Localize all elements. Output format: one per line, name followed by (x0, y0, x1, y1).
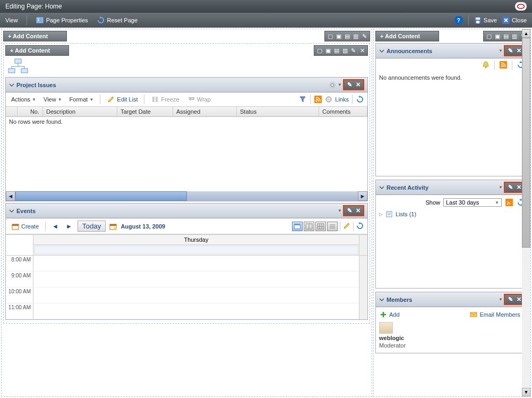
svg-rect-22 (110, 224, 116, 226)
edit-icon[interactable]: ✎ (349, 47, 358, 54)
time-slot[interactable] (33, 256, 359, 271)
date-picker-icon[interactable] (109, 222, 117, 231)
next-arrow-icon[interactable]: ► (64, 223, 74, 230)
col-status[interactable]: Status (240, 108, 256, 115)
scroll-up-icon[interactable]: ▲ (522, 29, 530, 38)
actions-menu[interactable]: Actions ▼ (9, 95, 38, 104)
layout-icon[interactable]: ▥ (341, 47, 349, 54)
edit-icon[interactable]: ✎ (507, 47, 513, 54)
view-menu[interactable]: View (5, 17, 18, 23)
col-no[interactable]: No. (30, 108, 39, 115)
layout-icon[interactable]: ▢ (326, 32, 334, 40)
rss-icon[interactable] (314, 95, 322, 104)
svg-point-23 (114, 227, 117, 230)
panel-title: Recent Activity (387, 184, 428, 191)
layout-icon[interactable]: ▣ (334, 32, 343, 40)
scroll-right-icon[interactable]: ► (358, 191, 367, 201)
scroll-left-icon[interactable]: ◄ (6, 191, 15, 201)
right-column: + Add Content ▢ ▣ ▤ ▥ ✎ Announcements ▼ … (373, 29, 531, 397)
edit-icon[interactable]: ✎ (507, 184, 513, 191)
bell-icon[interactable] (482, 61, 490, 69)
collapse-icon[interactable] (9, 82, 14, 88)
close-icon[interactable]: ✕ (516, 184, 522, 191)
freeze-button[interactable]: Freeze (149, 94, 181, 105)
time-slot[interactable] (33, 287, 359, 303)
collapse-icon[interactable] (379, 297, 384, 302)
collapse-icon[interactable] (379, 48, 384, 54)
layout-icon[interactable]: ▤ (332, 47, 341, 54)
vertical-scrollbar[interactable]: ▲ ▼ (522, 29, 530, 396)
expand-triangle-icon[interactable]: ▷ (379, 211, 383, 217)
current-date: August 13, 2009 (121, 223, 165, 230)
refresh-icon[interactable] (356, 222, 364, 230)
svg-rect-9 (15, 59, 21, 63)
rss-icon[interactable] (505, 198, 513, 207)
gear-icon[interactable] (328, 81, 337, 89)
links-icon[interactable] (324, 95, 333, 104)
add-member-button[interactable]: Add (379, 310, 400, 319)
lists-item[interactable]: ▷ Lists (1) (379, 208, 525, 221)
links-button[interactable]: Links (335, 96, 349, 103)
reset-page-button[interactable]: Reset Page (97, 16, 138, 24)
layout-icon[interactable]: ▥ (510, 32, 519, 40)
close-icon[interactable]: ✕ (516, 47, 522, 54)
announcements-panel: Announcements ▼ ✎ ✕ No announcements wer… (375, 43, 529, 176)
edit-icon[interactable]: ✎ (346, 81, 353, 88)
plus-icon (379, 310, 388, 319)
layout-icon[interactable]: ▣ (324, 47, 332, 54)
today-button[interactable]: Today (78, 221, 106, 232)
layout-icon[interactable]: ▢ (315, 47, 324, 54)
week-view-button[interactable] (304, 222, 314, 231)
add-content-button[interactable]: + Add Content (3, 31, 67, 41)
add-content-button[interactable]: + Add Content (5, 45, 69, 56)
close-icon[interactable]: ✕ (355, 81, 361, 88)
format-menu[interactable]: Format ▼ (67, 95, 96, 104)
email-members-button[interactable]: Email Members » (469, 310, 525, 319)
edit-icon[interactable]: ✎ (507, 296, 513, 303)
scroll-down-icon[interactable]: ▼ (522, 388, 530, 396)
close-icon[interactable]: ✕ (516, 296, 522, 303)
edit-icon[interactable]: ✎ (360, 32, 368, 40)
layout-icon[interactable]: ▤ (502, 32, 510, 40)
vertical-scrollbar[interactable] (359, 256, 367, 319)
add-content-button[interactable]: + Add Content (375, 31, 439, 41)
close-icon[interactable]: ✕ (355, 207, 361, 214)
col-assigned[interactable]: Assigned (176, 108, 200, 115)
close-icon[interactable]: ✕ (358, 47, 366, 54)
day-view-button[interactable] (292, 222, 303, 231)
page-properties-button[interactable]: Page Properties (36, 16, 88, 24)
org-chart-icon (7, 58, 29, 75)
allday-slot[interactable] (34, 245, 358, 255)
pencil-icon[interactable] (342, 222, 351, 230)
time-slot[interactable] (33, 303, 359, 319)
layout-icon[interactable]: ▥ (351, 32, 360, 40)
col-description[interactable]: Description (46, 108, 75, 115)
create-event-button[interactable]: Create (9, 221, 41, 232)
collapse-icon[interactable] (9, 208, 14, 214)
horizontal-scrollbar[interactable]: ◄ ► (6, 191, 367, 201)
layout-icon[interactable]: ▣ (493, 32, 502, 40)
save-button[interactable]: Save (474, 16, 497, 24)
collapse-icon[interactable] (379, 185, 384, 190)
svg-rect-20 (12, 224, 19, 226)
layout-icon[interactable]: ▢ (485, 32, 493, 40)
month-view-button[interactable] (315, 222, 326, 231)
view-menu[interactable]: View ▼ (41, 95, 64, 104)
prev-arrow-icon[interactable]: ◄ (50, 223, 61, 230)
col-comments[interactable]: Comments (322, 108, 350, 115)
filter-icon[interactable] (298, 95, 307, 104)
rss-icon[interactable] (499, 61, 508, 69)
show-range-select[interactable]: Last 30 days ▼ (443, 198, 502, 207)
list-view-button[interactable] (327, 222, 338, 231)
close-button[interactable]: Close (502, 16, 527, 24)
col-target-date[interactable]: Target Date (121, 108, 151, 115)
edit-list-button[interactable]: Edit List (105, 94, 140, 105)
layout-icon[interactable]: ▤ (343, 32, 351, 40)
refresh-icon[interactable] (356, 95, 364, 104)
wrap-button[interactable]: Wrap (185, 94, 213, 105)
member-card[interactable]: weblogic Moderator (379, 320, 432, 351)
events-toolbar: Create ◄ ► Today August 13, 2009 (6, 218, 367, 234)
time-slot[interactable] (33, 272, 359, 287)
help-icon[interactable]: ? (454, 16, 463, 24)
edit-icon[interactable]: ✎ (346, 207, 353, 214)
